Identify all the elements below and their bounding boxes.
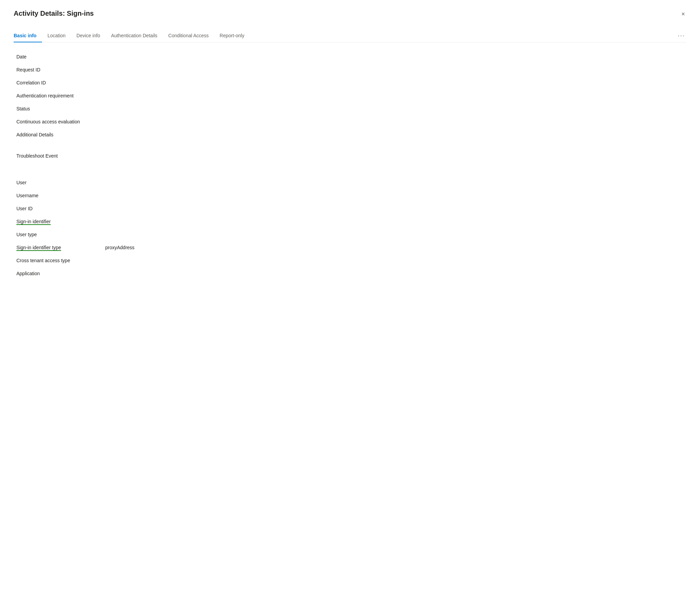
activity-details-dialog: Activity Details: Sign-ins × Basic info …	[0, 0, 700, 602]
tab-device-info[interactable]: Device info	[71, 29, 106, 42]
tab-bar: Basic info Location Device info Authenti…	[14, 29, 686, 42]
spacer-1	[16, 142, 686, 150]
field-row-user-type: User type	[16, 228, 686, 241]
field-label-sign-in-identifier-type: Sign-in identifier type	[16, 245, 105, 250]
field-label-application: Application	[16, 271, 105, 276]
field-label-status: Status	[16, 106, 105, 111]
field-label-user-id: User ID	[16, 206, 105, 211]
field-label-date: Date	[16, 54, 105, 59]
field-label-auth-requirement: Authentication requirement	[16, 93, 105, 98]
tab-authentication-details[interactable]: Authentication Details	[106, 29, 163, 42]
field-label-user: User	[16, 180, 105, 185]
tabs-more-button[interactable]: ···	[676, 29, 686, 42]
field-row-status: Status	[16, 103, 686, 116]
field-row-continuous-access: Continuous access evaluation	[16, 116, 686, 129]
close-button[interactable]: ×	[680, 10, 686, 18]
tab-conditional-access[interactable]: Conditional Access	[163, 29, 214, 42]
field-label-sign-in-identifier: Sign-in identifier	[16, 219, 105, 224]
dialog-title: Activity Details: Sign-ins	[14, 10, 94, 17]
field-row-correlation-id: Correlation ID	[16, 77, 686, 90]
field-label-troubleshoot-event: Troubleshoot Event	[16, 153, 105, 159]
section-spacer	[16, 171, 686, 176]
field-row-request-id: Request ID	[16, 64, 686, 77]
field-row-user-id: User ID	[16, 202, 686, 215]
field-row-date: Date	[16, 51, 686, 64]
field-label-user-type: User type	[16, 232, 105, 237]
field-row-application: Application	[16, 267, 686, 280]
field-value-sign-in-identifier-type: proxyAddress	[105, 245, 686, 250]
field-label-additional-details: Additional Details	[16, 132, 105, 137]
dialog-header: Activity Details: Sign-ins ×	[14, 10, 686, 18]
field-label-username: Username	[16, 193, 105, 198]
field-row-username: Username	[16, 189, 686, 202]
field-row-troubleshoot-event: Troubleshoot Event	[16, 150, 686, 163]
field-row-auth-requirement: Authentication requirement	[16, 90, 686, 103]
field-label-cross-tenant-access-type: Cross tenant access type	[16, 258, 105, 263]
field-row-cross-tenant-access-type: Cross tenant access type	[16, 254, 686, 267]
field-row-additional-details: Additional Details	[16, 129, 686, 142]
spacer-2	[16, 163, 686, 171]
field-row-sign-in-identifier: Sign-in identifier	[16, 215, 686, 228]
tab-report-only[interactable]: Report-only	[214, 29, 250, 42]
field-row-sign-in-identifier-type: Sign-in identifier type proxyAddress	[16, 241, 686, 254]
field-label-request-id: Request ID	[16, 67, 105, 72]
field-row-user: User	[16, 176, 686, 189]
field-label-continuous-access: Continuous access evaluation	[16, 119, 105, 124]
tab-location[interactable]: Location	[42, 29, 71, 42]
tab-content-basic-info: Date Request ID Correlation ID Authentic…	[14, 51, 686, 280]
tab-basic-info[interactable]: Basic info	[14, 29, 42, 42]
field-label-correlation-id: Correlation ID	[16, 80, 105, 85]
